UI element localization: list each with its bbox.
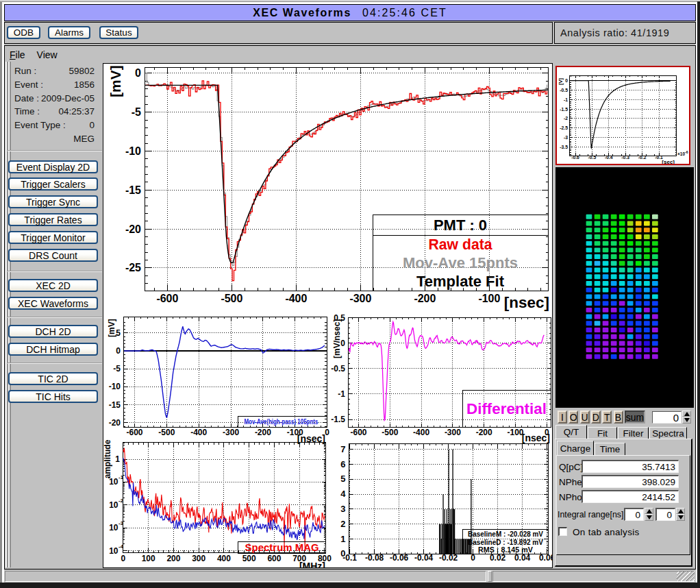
svg-text:-300: -300 [349,293,371,304]
svg-text:Mov-Ave 15pnts: Mov-Ave 15pnts [403,254,518,271]
svg-text:-100: -100 [478,293,500,304]
svg-text:-20: -20 [125,223,141,235]
svg-text:-0.2: -0.2 [638,155,647,160]
svg-text:[mV/nsec]: [mV/nsec] [332,319,342,358]
svg-text:Differential: Differential [466,401,547,417]
svg-text:[MHz]: [MHz] [299,561,325,567]
svg-text:-2.5: -2.5 [560,125,568,130]
svg-text:-1.5: -1.5 [560,107,568,112]
svg-text:-400: -400 [285,293,307,304]
svg-text:Raw data: Raw data [429,236,493,253]
svg-text:[mV]: [mV] [108,65,123,97]
svg-text:4: 4 [340,489,346,499]
svg-text:-2: -2 [564,116,568,121]
svg-text:-600: -600 [350,428,366,437]
svg-text:0: 0 [135,67,141,79]
svg-text:-15: -15 [109,400,121,410]
svg-text:-400: -400 [413,428,429,437]
svg-text:-500: -500 [382,428,398,437]
svg-text:7: 7 [340,444,345,454]
svg-text:-0.06: -0.06 [390,553,409,563]
svg-text:Mov-Ave(high-pass) 105pnts: Mov-Ave(high-pass) 105pnts [244,417,318,426]
svg-text:-500: -500 [221,293,242,304]
svg-text:-0.5: -0.5 [588,155,597,160]
svg-text:-600: -600 [156,293,178,304]
svg-text:-1: -1 [118,474,124,480]
svg-text:500: 500 [242,554,256,563]
svg-text:-3.5: -3.5 [560,145,568,149]
svg-text:10: 10 [109,523,118,532]
svg-text:-0.04: -0.04 [414,553,434,563]
svg-text:5: 5 [116,328,121,338]
svg-text:[sec]: [sec] [662,159,675,164]
svg-text:600: 600 [267,554,281,563]
svg-text:-4: -4 [118,543,124,550]
svg-text:-200: -200 [255,428,271,437]
svg-text:-500: -500 [158,428,175,437]
svg-text:10: 10 [109,546,118,556]
svg-text:-25: -25 [125,262,141,273]
svg-text:-0.3: -0.3 [621,155,629,160]
svg-text:BaselineM : -20.028 mV: BaselineM : -20.028 mV [468,530,543,538]
svg-text:[mV]: [mV] [107,319,116,337]
svg-text:-600: -600 [126,428,142,437]
svg-text:300: 300 [192,554,205,563]
svg-text:1: 1 [340,534,345,544]
svg-text:3: 3 [340,504,345,514]
svg-text:-0.02: -0.02 [439,553,458,563]
svg-text:-1: -1 [338,389,345,399]
svg-text:-0.5: -0.5 [331,364,345,373]
svg-text:2: 2 [340,519,345,529]
svg-text:-3: -3 [118,520,124,526]
svg-text:-2: -2 [118,498,124,504]
svg-text:-400: -400 [190,428,207,437]
svg-text:-5: -5 [132,106,141,118]
svg-text:-1: -1 [564,97,568,102]
svg-text:-20: -20 [109,418,121,428]
svg-text:Spectrum MAG: Spectrum MAG [245,542,319,553]
svg-text:[nsec]: [nsec] [504,294,549,311]
svg-text:[nsec]: [nsec] [522,432,550,443]
svg-text:[V]: [V] [558,78,564,86]
svg-text:-15: -15 [125,184,141,196]
svg-text:-200: -200 [414,293,436,304]
svg-text:RMS : 8.145 mV: RMS : 8.145 mV [478,546,533,554]
svg-text:0: 0 [121,554,126,563]
svg-text:-0.6: -0.6 [571,155,579,160]
svg-text:200: 200 [166,554,180,563]
svg-text:-0.08: -0.08 [365,553,384,563]
svg-text:6: 6 [340,459,345,469]
svg-text:5: 5 [340,474,345,484]
svg-text:-3: -3 [564,135,568,140]
svg-text:400: 400 [217,554,231,563]
svg-text:-300: -300 [445,428,461,437]
svg-text:-10: -10 [109,382,121,391]
svg-text:0: 0 [325,428,329,437]
svg-text:10: 10 [109,500,118,510]
svg-text:-0.5: -0.5 [560,88,568,93]
svg-text:0: 0 [340,548,345,559]
svg-text:0: 0 [565,78,568,83]
svg-text:-5: -5 [113,364,121,373]
svg-text:-200: -200 [476,428,492,437]
svg-text:100: 100 [142,554,155,563]
svg-text:-1.5: -1.5 [331,415,345,424]
svg-text:Template Fit: Template Fit [416,273,505,290]
svg-text:0: 0 [116,346,121,356]
svg-text:amplitude: amplitude [103,439,112,478]
svg-text:×10-6: ×10-6 [677,150,688,156]
svg-text:-0.4: -0.4 [605,155,613,160]
svg-text:-10: -10 [125,145,141,157]
svg-text:PMT : 0: PMT : 0 [434,217,487,234]
svg-text:-300: -300 [223,428,239,437]
svg-text:1: 1 [115,454,120,464]
